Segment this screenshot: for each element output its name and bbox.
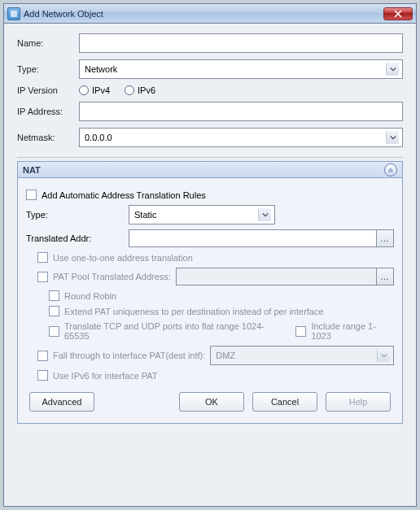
type-select-value: Network [85,64,117,74]
nat-type-value: Static [134,210,157,220]
chevron-down-icon [377,349,390,362]
cancel-button[interactable]: Cancel [252,392,317,412]
nat-section: NAT Add Automatic Address Translation Ru… [17,161,403,424]
ipaddress-label: IP Address: [17,107,79,116]
one-to-one-label: Use one-to-one address translation [53,253,193,263]
nat-type-select[interactable]: Static [129,205,275,224]
include-1023-checkbox [295,326,306,337]
pat-pool-browse-button: … [376,268,394,286]
interface-select: DMZ [210,346,394,365]
ellipsis-icon: … [380,233,390,243]
help-button: Help [326,392,391,412]
use-ipv6-pat-label: Use IPv6 for interface PAT [53,371,158,381]
ipv6-radio[interactable]: IPv6 [125,85,155,95]
netmask-label: Netmask: [17,133,79,142]
auto-rules-label: Add Automatic Address Translation Rules [42,190,206,200]
translated-addr-label: Translated Addr: [26,233,124,243]
close-button[interactable] [383,7,413,20]
pat-pool-label: PAT Pool Translated Address: [53,272,171,281]
netmask-select[interactable]: 0.0.0.0 [79,128,403,147]
radio-icon [79,85,89,95]
use-ipv6-pat-checkbox [37,370,48,381]
extend-pat-checkbox [49,306,59,316]
dialog-body: Name: Type: Network IP Version IPv4 [4,24,416,434]
fall-through-label: Fall through to interface PAT(dest intf)… [53,351,205,360]
chevron-down-icon [386,131,399,144]
nat-body: Add Automatic Address Translation Rules … [18,178,402,423]
round-robin-checkbox [49,290,59,301]
name-input[interactable] [79,33,403,53]
auto-rules-checkbox[interactable] [26,190,37,200]
netmask-value: 0.0.0.0 [85,133,112,142]
ipversion-label: IP Version [17,85,79,95]
translated-addr-browse-button[interactable]: … [376,229,394,247]
nat-type-label: Type: [26,210,124,220]
chevron-down-icon [386,63,399,76]
collapse-icon [384,163,397,177]
include-1023-label: Include range 1-1023 [311,321,394,341]
name-label: Name: [17,38,79,48]
radio-icon [125,85,134,95]
nat-header[interactable]: NAT [18,162,402,178]
type-label: Type: [17,64,79,74]
pat-pool-checkbox[interactable] [37,272,48,282]
separator [17,157,403,158]
type-select[interactable]: Network [79,59,403,79]
ipv6-radio-label: IPv6 [138,85,155,95]
flat-range-label: Translate TCP and UDP ports into flat ra… [64,321,284,341]
interface-value: DMZ [216,351,235,360]
dialog-window: Add Network Object Name: Type: Network I… [3,3,417,507]
ipv4-radio-label: IPv4 [92,85,110,95]
one-to-one-checkbox[interactable] [37,252,48,263]
titlebar[interactable]: Add Network Object [4,4,416,24]
fall-through-checkbox[interactable] [37,351,48,361]
ellipsis-icon: … [380,272,390,281]
flat-range-checkbox [49,326,59,337]
nat-header-label: NAT [23,165,41,175]
translated-addr-input[interactable] [129,229,376,247]
app-icon [7,7,20,20]
advanced-button[interactable]: Advanced [29,392,94,412]
ipv4-radio[interactable]: IPv4 [79,85,110,95]
extend-pat-label: Extend PAT uniqueness to per destination… [64,307,324,316]
close-icon [394,10,402,18]
round-robin-label: Round Robin [64,291,116,301]
pat-pool-input [176,268,376,286]
ipaddress-input[interactable] [79,102,403,121]
window-title: Add Network Object [24,9,383,19]
ok-button[interactable]: OK [179,392,244,412]
chevron-down-icon [258,208,271,221]
